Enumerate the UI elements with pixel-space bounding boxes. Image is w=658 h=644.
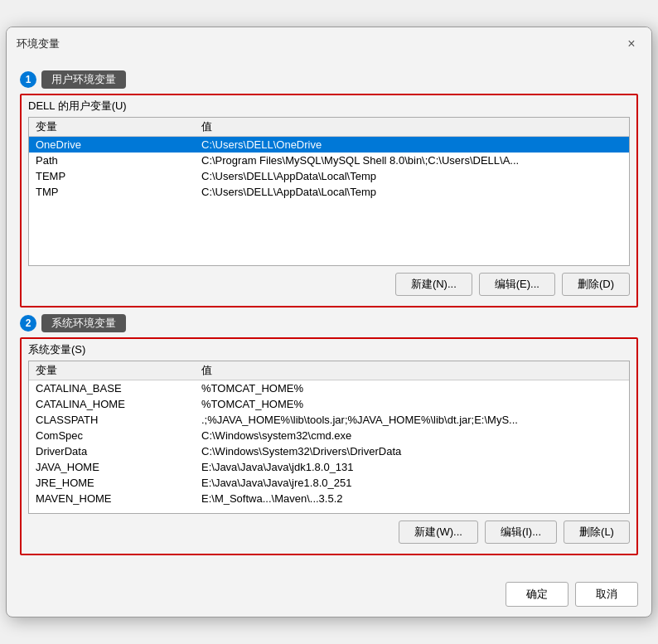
- titlebar: 环境变量 ×: [7, 27, 651, 57]
- system-row-val: %TOMCAT_HOME%: [195, 396, 629, 412]
- environment-variables-dialog: 环境变量 × 1 用户环境变量 DELL 的用户变量(U) 变量 值: [6, 27, 652, 617]
- system-row-var: CATALINA_HOME: [29, 396, 195, 412]
- system-table-row[interactable]: CLASSPATH.;%JAVA_HOME%\lib\tools.jar;%JA…: [29, 412, 629, 428]
- user-row-val: C:\Program Files\MySQL\MySQL Shell 8.0\b…: [195, 153, 629, 168]
- system-edit-button[interactable]: 编辑(I)...: [485, 521, 557, 544]
- system-env-table: 变量 值 CATALINA_BASE%TOMCAT_HOME%CATALINA_…: [29, 361, 629, 506]
- system-group-box: 系统变量(S) 变量 值 CATALINA_BASE%TOMCAT_HOME%C…: [20, 337, 638, 555]
- user-badge: 1: [20, 71, 36, 88]
- user-table-row[interactable]: TEMPC:\Users\DELL\AppData\Local\Temp: [29, 168, 629, 184]
- system-col-var-header: 变量: [29, 361, 195, 380]
- user-col-var-header: 变量: [29, 118, 195, 137]
- system-table-row[interactable]: CATALINA_BASE%TOMCAT_HOME%: [29, 380, 629, 397]
- system-table-row[interactable]: MAVEN_HOMEE:\M_Softwa...\Maven\...3.5.2: [29, 491, 629, 506]
- user-col-val-header: 值: [195, 118, 629, 137]
- system-row-val: .;%JAVA_HOME%\lib\tools.jar;%JAVA_HOME%\…: [195, 412, 629, 428]
- system-section-header: 2 系统环境变量: [20, 314, 638, 332]
- system-table-row[interactable]: ComSpecC:\Windows\system32\cmd.exe: [29, 428, 629, 443]
- system-row-val: C:\Windows\System32\Drivers\DriverData: [195, 443, 629, 459]
- system-row-val: E:\Java\Java\Java\jdk1.8.0_131: [195, 459, 629, 475]
- system-table-row[interactable]: JAVA_HOMEE:\Java\Java\Java\jdk1.8.0_131: [29, 459, 629, 475]
- user-group-title: DELL 的用户变量(U): [28, 99, 630, 114]
- system-table-row[interactable]: DriverDataC:\Windows\System32\Drivers\Dr…: [29, 443, 629, 459]
- dialog-body: 1 用户环境变量 DELL 的用户变量(U) 变量 值 OneDriveC:\U…: [7, 57, 651, 575]
- user-env-table: 变量 值 OneDriveC:\Users\DELL\OneDrivePathC…: [29, 118, 629, 200]
- system-table-row[interactable]: CATALINA_HOME%TOMCAT_HOME%: [29, 396, 629, 412]
- system-table-header-row: 变量 值: [29, 361, 629, 380]
- system-row-var: CLASSPATH: [29, 412, 195, 428]
- dialog-footer: 确定 取消: [7, 575, 651, 617]
- system-row-var: MAVEN_HOME: [29, 491, 195, 506]
- user-table-row[interactable]: TMPC:\Users\DELL\AppData\Local\Temp: [29, 184, 629, 200]
- user-section-header: 1 用户环境变量: [20, 70, 638, 89]
- system-group-title: 系统变量(S): [28, 342, 630, 357]
- system-env-table-container[interactable]: 变量 值 CATALINA_BASE%TOMCAT_HOME%CATALINA_…: [28, 361, 630, 514]
- user-table-header-row: 变量 值: [29, 118, 629, 137]
- user-row-val: C:\Users\DELL\AppData\Local\Temp: [195, 184, 629, 200]
- system-row-val: E:\M_Softwa...\Maven\...3.5.2: [195, 491, 629, 506]
- system-row-val: %TOMCAT_HOME%: [195, 380, 629, 397]
- system-row-var: CATALINA_BASE: [29, 380, 195, 397]
- user-row-val: C:\Users\DELL\AppData\Local\Temp: [195, 168, 629, 184]
- user-env-table-container[interactable]: 变量 值 OneDriveC:\Users\DELL\OneDrivePathC…: [28, 117, 630, 266]
- user-group-box: DELL 的用户变量(U) 变量 值 OneDriveC:\Users\DELL…: [20, 94, 638, 307]
- dialog-title: 环境变量: [17, 36, 60, 51]
- user-edit-button[interactable]: 编辑(E)...: [479, 273, 555, 296]
- system-btn-row: 新建(W)... 编辑(I)... 删除(L): [28, 521, 630, 544]
- system-table-row[interactable]: JRE_HOMEE:\Java\Java\Java\jre1.8.0_251: [29, 475, 629, 491]
- system-row-var: DriverData: [29, 443, 195, 459]
- cancel-button[interactable]: 取消: [575, 582, 638, 607]
- user-new-button[interactable]: 新建(N)...: [395, 273, 472, 296]
- system-section-label: 系统环境变量: [41, 314, 126, 332]
- system-col-val-header: 值: [195, 361, 629, 380]
- user-delete-button[interactable]: 删除(D): [562, 273, 630, 296]
- user-row-var: OneDrive: [29, 137, 195, 153]
- system-delete-button[interactable]: 删除(L): [564, 521, 630, 544]
- user-table-row[interactable]: PathC:\Program Files\MySQL\MySQL Shell 8…: [29, 153, 629, 168]
- system-row-var: JRE_HOME: [29, 475, 195, 491]
- user-row-var: TEMP: [29, 168, 195, 184]
- system-row-val: C:\Windows\system32\cmd.exe: [195, 428, 629, 443]
- user-row-var: TMP: [29, 184, 195, 200]
- user-section-label: 用户环境变量: [41, 70, 126, 89]
- system-row-var: JAVA_HOME: [29, 459, 195, 475]
- user-row-val: C:\Users\DELL\OneDrive: [195, 137, 629, 153]
- system-new-button[interactable]: 新建(W)...: [399, 521, 478, 544]
- user-row-var: Path: [29, 153, 195, 168]
- ok-button[interactable]: 确定: [506, 582, 568, 607]
- user-table-row[interactable]: OneDriveC:\Users\DELL\OneDrive: [29, 137, 629, 153]
- system-row-val: E:\Java\Java\Java\jre1.8.0_251: [195, 475, 629, 491]
- close-button[interactable]: ×: [622, 34, 641, 54]
- system-badge: 2: [20, 315, 36, 332]
- system-row-var: ComSpec: [29, 428, 195, 443]
- user-btn-row: 新建(N)... 编辑(E)... 删除(D): [28, 273, 630, 296]
